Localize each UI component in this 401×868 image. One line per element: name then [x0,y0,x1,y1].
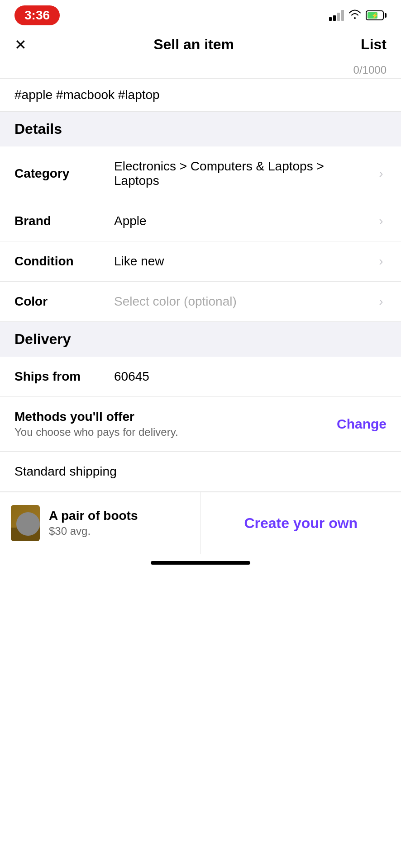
color-chevron-icon: › [376,296,387,307]
battery-icon: ⚡ [366,10,387,20]
methods-row: Methods you'll offer You choose who pays… [0,397,401,452]
boots-avatar [16,512,40,536]
condition-row[interactable]: Condition Like new › [0,241,401,282]
methods-text: Methods you'll offer You choose who pays… [14,410,337,439]
delivery-section-title: Delivery [14,331,71,347]
brand-chevron-icon: › [376,216,387,226]
nav-header: ✕ Sell an item List [0,29,401,60]
methods-title: Methods you'll offer [14,410,337,424]
brand-value: Apple [114,214,370,228]
delivery-section-header: Delivery [0,322,401,357]
category-row[interactable]: Category Electronics > Computers & Lapto… [0,146,401,201]
status-icons: ⚡ [329,9,387,22]
brand-row[interactable]: Brand Apple › [0,201,401,241]
details-section-title: Details [14,121,62,137]
boots-info: A pair of boots $30 avg. [49,509,138,538]
boots-price: $30 avg. [49,525,138,538]
home-indicator [0,554,401,574]
boots-title: A pair of boots [49,509,138,523]
status-bar: 3:36 ⚡ [0,0,401,29]
create-own-text: Create your own [244,515,358,532]
list-button[interactable]: List [361,36,387,53]
condition-chevron-icon: › [376,256,387,267]
wifi-icon [348,9,361,22]
color-row[interactable]: Color Select color (optional) › [0,282,401,322]
hashtags-row[interactable]: #apple #macbook #laptop [0,79,401,112]
char-count: 0/1000 [353,64,387,76]
color-label: Color [14,294,114,309]
category-label: Category [14,166,114,181]
signal-icon [329,10,344,21]
category-value: Electronics > Computers & Laptops > Lapt… [114,159,370,188]
brand-label: Brand [14,214,114,228]
methods-subtitle: You choose who pays for delivery. [14,426,337,439]
ships-from-row: Ships from 60645 [0,357,401,397]
change-button[interactable]: Change [337,416,387,432]
status-time: 3:36 [14,5,60,25]
condition-label: Condition [14,254,114,269]
page-title: Sell an item [153,36,234,53]
standard-shipping-row[interactable]: Standard shipping [0,452,401,492]
boots-card[interactable]: A pair of boots $30 avg. [0,492,201,554]
hashtags-text: #apple #macbook #laptop [14,88,160,102]
home-bar [151,561,250,565]
char-count-row: 0/1000 [0,60,401,79]
ships-from-label: Ships from [14,369,114,384]
ships-from-value: 60645 [114,369,149,384]
standard-shipping-text: Standard shipping [14,464,117,478]
create-own-card[interactable]: Create your own [201,492,401,554]
condition-value: Like new [114,254,370,269]
details-section-header: Details [0,112,401,146]
category-chevron-icon: › [376,168,387,179]
boots-image-icon [11,505,40,541]
bottom-cards: A pair of boots $30 avg. Create your own [0,492,401,554]
close-button[interactable]: ✕ [14,38,27,52]
color-value: Select color (optional) [114,294,370,309]
